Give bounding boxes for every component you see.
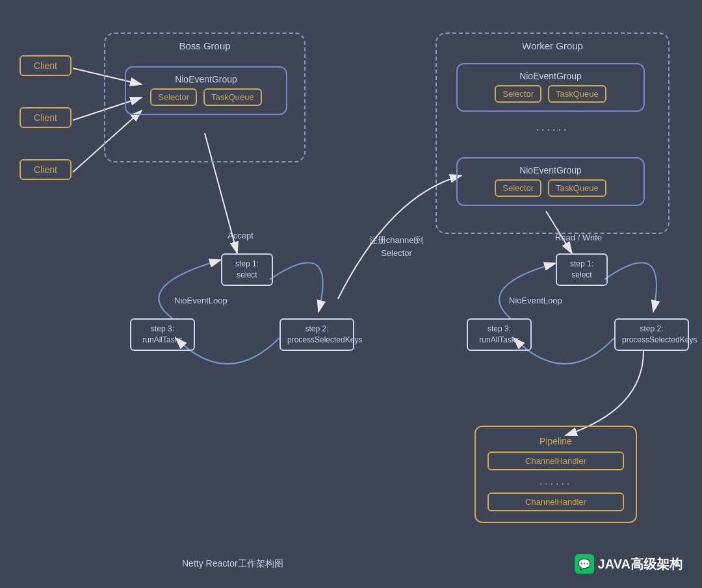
worker-nioeventgroup1-title-text: NioEventGroup xyxy=(519,71,582,81)
boss-taskqueue-label: TaskQueue xyxy=(211,92,254,102)
worker-step3-box: step 3: runAllTasks xyxy=(467,318,532,351)
readwrite-label: Read / Write xyxy=(546,233,611,242)
client-box-3: Client xyxy=(20,159,72,180)
accept-label-text: Accept xyxy=(228,231,254,240)
boss-group-box: Boss Group NioEventGroup Selector TaskQu… xyxy=(104,32,306,162)
client-label-1: Client xyxy=(34,60,57,71)
worker-group-title-text: Worker Group xyxy=(522,40,583,51)
worker-taskqueue1-label: TaskQueue xyxy=(556,89,599,99)
boss-group-title: Boss Group xyxy=(112,40,298,51)
readwrite-label-text: Read / Write xyxy=(555,233,602,242)
worker-nioeventgroup2-box: NioEventGroup Selector TaskQueue xyxy=(456,157,645,206)
register-label-text: 注册channel到 Selector xyxy=(369,235,424,258)
worker-step3-label: step 3: runAllTasks xyxy=(479,324,519,344)
client-box-1: Client xyxy=(20,55,72,76)
boss-step3-box: step 3: runAllTasks xyxy=(130,318,195,351)
worker-selector1-label: Selector xyxy=(502,89,534,99)
worker-group-title: Worker Group xyxy=(443,40,662,51)
diagram-container: Client Client Client Boss Group NioEvent… xyxy=(0,0,702,588)
boss-nioeventgroup-title: NioEventGroup xyxy=(135,74,277,84)
worker-taskqueue1-box: TaskQueue xyxy=(548,85,606,103)
register-label: 注册channel到 Selector xyxy=(364,234,429,259)
boss-group-title-text: Boss Group xyxy=(179,40,230,51)
worker-taskqueue2-label: TaskQueue xyxy=(556,183,599,193)
boss-nioeventgroup-box: NioEventGroup Selector TaskQueue xyxy=(125,66,287,115)
watermark: 💬 JAVA高级架构 xyxy=(575,554,682,574)
worker-loop-label: NioEventLoop xyxy=(509,296,562,305)
worker-selector2-label: Selector xyxy=(502,183,534,193)
boss-loop-label: NioEventLoop xyxy=(174,296,228,305)
boss-step3-label: step 3: runAllTasks xyxy=(142,324,182,344)
boss-taskqueue-box: TaskQueue xyxy=(203,88,262,106)
boss-step2-box: step 2: processSelectedKeys xyxy=(280,318,354,351)
watermark-text: JAVA高级架构 xyxy=(598,556,682,573)
worker-nioeventgroup2-title-text: NioEventGroup xyxy=(519,165,582,175)
worker-step2-label: step 2: processSelectedKeys xyxy=(622,324,697,344)
footer-title-text: Netty Reactor工作架构图 xyxy=(182,558,283,569)
footer-text: Netty Reactor工作架构图 xyxy=(182,558,283,570)
boss-step1-box: step 1: select xyxy=(221,253,273,286)
worker-nioeventgroup2-title: NioEventGroup xyxy=(467,165,634,175)
worker-inner-boxes-2: Selector TaskQueue xyxy=(467,179,634,197)
boss-nioeventgroup-title-text: NioEventGroup xyxy=(175,74,237,84)
client-box-2: Client xyxy=(20,107,72,128)
pipeline-handler1-label: ChannelHandler xyxy=(525,456,586,466)
worker-dots-text: ...... xyxy=(536,121,569,133)
boss-selector-label: Selector xyxy=(158,92,189,102)
pipeline-handler2-box: ChannelHandler xyxy=(488,492,624,511)
worker-loop-label-text: NioEventLoop xyxy=(509,296,562,305)
boss-selector-box: Selector xyxy=(150,88,197,106)
worker-step1-label: step 1: select xyxy=(570,259,593,279)
worker-step2-box: step 2: processSelectedKeys xyxy=(614,318,689,351)
worker-nioeventgroup1-box: NioEventGroup Selector TaskQueue xyxy=(456,63,645,112)
watermark-icon: 💬 xyxy=(575,554,594,574)
pipeline-title-text: Pipeline xyxy=(540,436,572,446)
boss-step1-label: step 1: select xyxy=(235,259,259,279)
worker-group-box: Worker Group NioEventGroup Selector Task… xyxy=(436,32,670,234)
worker-dots: ...... xyxy=(536,121,569,133)
worker-nioeventgroup1-title: NioEventGroup xyxy=(467,71,634,81)
pipeline-title: Pipeline xyxy=(488,436,624,446)
pipeline-dots-text: ...... xyxy=(540,476,573,487)
client-label-3: Client xyxy=(34,164,57,175)
boss-loop-label-text: NioEventLoop xyxy=(174,296,228,305)
accept-label: Accept xyxy=(214,231,266,240)
worker-selector2-box: Selector xyxy=(495,179,541,197)
pipeline-dots: ...... xyxy=(488,476,624,487)
boss-inner-boxes: Selector TaskQueue xyxy=(135,88,277,106)
boss-step2-label: step 2: processSelectedKeys xyxy=(287,324,362,344)
worker-step1-box: step 1: select xyxy=(556,253,608,286)
pipeline-handler1-box: ChannelHandler xyxy=(488,452,624,470)
worker-inner-boxes-1: Selector TaskQueue xyxy=(467,85,634,103)
worker-taskqueue2-box: TaskQueue xyxy=(548,179,606,197)
worker-selector1-box: Selector xyxy=(495,85,541,103)
pipeline-group: Pipeline ChannelHandler ...... ChannelHa… xyxy=(474,426,637,523)
pipeline-handler2-label: ChannelHandler xyxy=(525,497,586,507)
client-label-2: Client xyxy=(34,112,57,123)
